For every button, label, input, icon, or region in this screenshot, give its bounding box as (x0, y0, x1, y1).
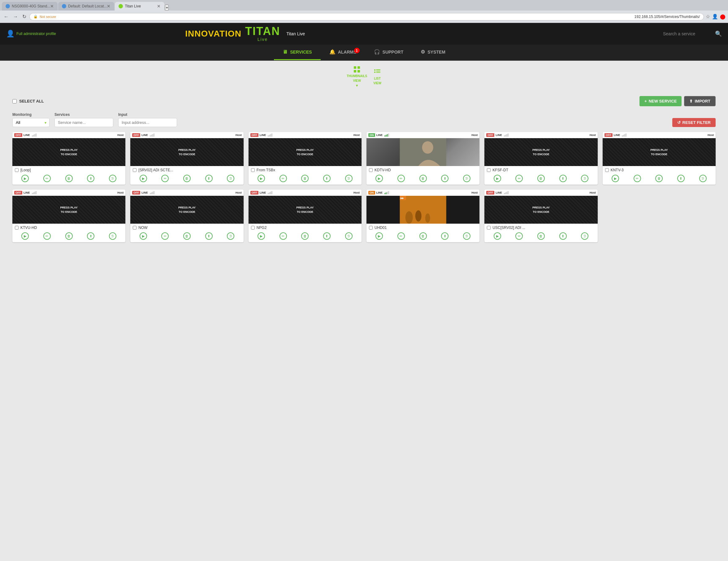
export-button-loop[interactable]: ⬆ (87, 175, 94, 182)
tab-close-3[interactable]: ✕ (157, 4, 161, 9)
edit-button-kntv[interactable]: ✏ (634, 175, 641, 182)
nav-services[interactable]: 🖥 SERVICES (274, 45, 321, 60)
card-checkbox-tsbx[interactable] (251, 168, 255, 172)
info-button-kfsf[interactable]: ℬ (581, 175, 588, 182)
play-button-tsbx[interactable]: ▶ (258, 175, 265, 182)
export-button-now[interactable]: ⬆ (205, 232, 213, 240)
monitoring-select[interactable]: All (12, 118, 50, 127)
play-button-kntv[interactable]: ▶ (612, 175, 619, 182)
delete-button-tsbx[interactable]: 🗑 (301, 175, 309, 182)
edit-button-loop[interactable]: ✏ (43, 175, 51, 182)
export-button-kntv[interactable]: ⬆ (677, 175, 685, 182)
import-button[interactable]: ⬆ IMPORT (684, 96, 716, 106)
reload-button[interactable]: ↻ (21, 12, 28, 21)
alarms-badge: 1 (354, 48, 360, 53)
play-button-kfsf[interactable]: ▶ (494, 175, 501, 182)
info-button-srv02[interactable]: ℬ (227, 175, 234, 182)
card-checkbox-kdtv[interactable] (369, 168, 373, 172)
forward-button[interactable]: → (12, 13, 19, 21)
delete-button-npg2[interactable]: 🗑 (301, 232, 309, 240)
info-button-kdtv[interactable]: ℬ (463, 175, 470, 182)
edit-button-usc[interactable]: ✏ (515, 232, 523, 240)
browser-tab-3[interactable]: Titan Live ✕ (115, 2, 164, 11)
delete-button-ktvu[interactable]: 🗑 (65, 232, 73, 240)
info-button-now[interactable]: ℬ (227, 232, 234, 240)
thumbnails-view-toggle[interactable]: THUMBNAILS VIEW ▼ (347, 66, 367, 87)
card-checkbox-ktvu[interactable] (15, 226, 19, 229)
export-button-tsbx[interactable]: ⬆ (323, 175, 331, 182)
input-filter-input[interactable] (118, 118, 177, 127)
address-bar[interactable]: 🔒 Not secure 192.168.15.105/#/Services/T… (29, 13, 704, 20)
delete-button-kdtv[interactable]: 🗑 (419, 175, 427, 182)
edit-button-uhd01[interactable]: ✏ (397, 232, 405, 240)
export-button-srv02[interactable]: ⬆ (205, 175, 213, 182)
delete-button-loop[interactable]: 🗑 (65, 175, 73, 182)
card-checkbox-npg2[interactable] (251, 226, 255, 229)
new-tab-button[interactable]: + (165, 5, 169, 11)
play-button-npg2[interactable]: ▶ (258, 232, 265, 240)
delete-button-srv02[interactable]: 🗑 (183, 175, 191, 182)
play-button-kdtv[interactable]: ▶ (375, 175, 383, 182)
monitoring-label: Monitoring (12, 112, 50, 117)
card-checkbox-loop[interactable] (15, 168, 19, 172)
export-button-uhd01[interactable]: ⬆ (441, 232, 449, 240)
tab-label-1: NSG9000-40G Stand... (12, 4, 50, 8)
tab-close-2[interactable]: ✕ (107, 4, 111, 9)
edit-button-now[interactable]: ✏ (161, 232, 169, 240)
export-button-npg2[interactable]: ⬆ (323, 232, 331, 240)
play-button-usc[interactable]: ▶ (494, 232, 501, 240)
info-button-usc[interactable]: ℬ (581, 232, 588, 240)
select-all-checkbox[interactable] (12, 99, 17, 103)
edit-button-tsbx[interactable]: ✏ (279, 175, 287, 182)
browser-tab-2[interactable]: Default: Default Locat... ✕ (58, 2, 114, 11)
play-button-now[interactable]: ▶ (140, 232, 147, 240)
export-button-usc[interactable]: ⬆ (559, 232, 567, 240)
edit-button-kdtv[interactable]: ✏ (397, 175, 405, 182)
export-button-kdtv[interactable]: ⬆ (441, 175, 449, 182)
info-button-uhd01[interactable]: ℬ (463, 232, 470, 240)
edit-button-srv02[interactable]: ✏ (161, 175, 169, 182)
nav-support[interactable]: 🎧 SUPPORT (365, 45, 412, 60)
search-icon[interactable]: 🔍 (715, 30, 722, 37)
play-button-uhd01[interactable]: ▶ (375, 232, 383, 240)
nav-system[interactable]: ⚙ SYSTEM (412, 45, 454, 60)
edit-button-kfsf[interactable]: ✏ (515, 175, 523, 182)
info-button-ktvu[interactable]: ℬ (109, 232, 116, 240)
play-button-srv02[interactable]: ▶ (140, 175, 147, 182)
list-view-toggle[interactable]: LIST VIEW (373, 68, 381, 85)
card-checkbox-kfsf[interactable] (487, 168, 491, 172)
card-checkbox-kntv[interactable] (605, 168, 609, 172)
delete-button-usc[interactable]: 🗑 (537, 232, 545, 240)
play-button-loop[interactable]: ▶ (21, 175, 29, 182)
profile-button[interactable]: 👤 (712, 14, 718, 20)
play-button-ktvu[interactable]: ▶ (21, 232, 29, 240)
back-button[interactable]: ← (2, 13, 10, 21)
nav-alarms[interactable]: 🔔 ALARMS 1 (321, 45, 365, 60)
edit-button-ktvu[interactable]: ✏ (43, 232, 51, 240)
card-checkbox-now[interactable] (133, 226, 137, 229)
delete-button-uhd01[interactable]: 🗑 (419, 232, 427, 240)
extensions-button[interactable]: ⬤ (720, 14, 726, 20)
export-button-ktvu[interactable]: ⬆ (87, 232, 94, 240)
info-button-tsbx[interactable]: ℬ (345, 175, 353, 182)
new-service-button[interactable]: + NEW SERVICE (639, 96, 682, 106)
delete-button-now[interactable]: 🗑 (183, 232, 191, 240)
card-checkbox-uhd01[interactable] (369, 226, 373, 229)
edit-button-npg2[interactable]: ✏ (279, 232, 287, 240)
delete-button-kntv[interactable]: 🗑 (655, 175, 663, 182)
export-button-kfsf[interactable]: ⬆ (559, 175, 567, 182)
services-filter-input[interactable] (54, 118, 113, 127)
info-button-loop[interactable]: ℬ (109, 175, 116, 182)
bookmark-button[interactable]: ☆ (706, 14, 710, 20)
browser-tab-1[interactable]: NSG9000-40G Stand... ✕ (2, 2, 58, 11)
reset-filter-button[interactable]: ↺ RESET FILTER (672, 118, 716, 127)
delete-button-kfsf[interactable]: 🗑 (537, 175, 545, 182)
card-checkbox-usc[interactable] (487, 226, 491, 229)
card-checkbox-srv02[interactable] (133, 168, 137, 172)
search-input[interactable] (663, 31, 713, 36)
info-button-npg2[interactable]: ℬ (345, 232, 353, 240)
info-button-kntv[interactable]: ℬ (699, 175, 707, 182)
card-actions-kntv: ▶ ✏ 🗑 ⬆ ℬ (603, 173, 716, 185)
card-actions-ktvu: ▶ ✏ 🗑 ⬆ ℬ (12, 231, 125, 242)
tab-close-1[interactable]: ✕ (50, 4, 54, 9)
